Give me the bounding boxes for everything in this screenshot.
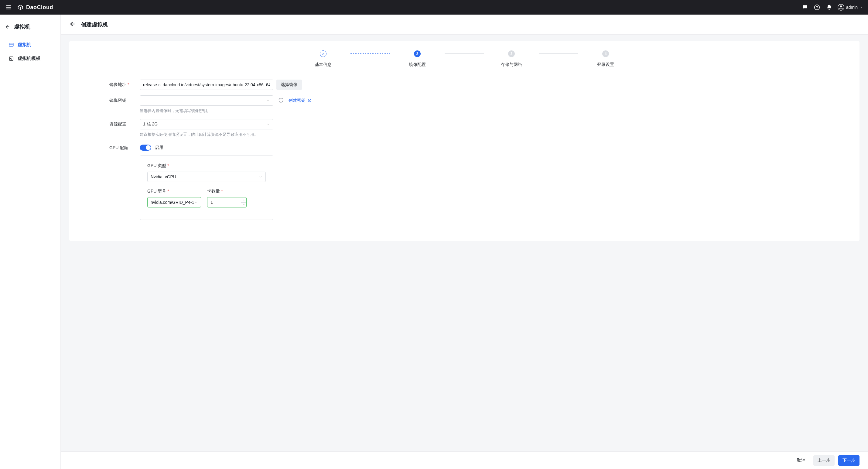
gpu-enable-label: 启用: [155, 145, 163, 150]
select-image-button[interactable]: 选择镜像: [276, 80, 302, 90]
refresh-icon[interactable]: [278, 97, 284, 104]
step-image[interactable]: 2 镜像配置: [390, 51, 445, 67]
help-icon[interactable]: ?: [813, 4, 820, 11]
sidebar-item-vm[interactable]: 虚拟机: [2, 38, 58, 51]
row-image-secret: 镜像密钥 创建密钥: [109, 95, 328, 114]
sidebar-title: 虚拟机: [14, 23, 30, 30]
svg-rect-10: [9, 57, 13, 60]
user-name: admin: [846, 5, 858, 10]
back-icon[interactable]: [69, 21, 76, 28]
prev-button[interactable]: 上一步: [813, 455, 835, 466]
brand-name: DaoCloud: [26, 4, 53, 11]
svg-text:?: ?: [816, 5, 818, 9]
page-header: 创建虚拟机: [61, 14, 868, 35]
gpu-box: GPU 类型* Nvidia_vGPU GPU 型号* n: [140, 156, 273, 220]
step-connector: [445, 54, 484, 54]
gpu-count-input[interactable]: [207, 197, 247, 208]
row-resource: 资源配置 1 核 2G 建议根据实际使用情况设置，防止因计算资源不足导致应用不可…: [109, 119, 328, 137]
brand-logo[interactable]: DaoCloud: [17, 4, 53, 11]
page-title: 创建虚拟机: [81, 21, 108, 28]
sidebar-item-label: 虚拟机模板: [18, 56, 40, 61]
stepper-up-icon[interactable]: [241, 197, 246, 202]
image-secret-select[interactable]: [140, 95, 273, 106]
gpu-type-select[interactable]: Nvidia_vGPU: [147, 171, 266, 182]
sidebar-item-label: 虚拟机: [18, 42, 31, 48]
svg-rect-8: [9, 43, 13, 46]
svg-marker-13: [243, 199, 245, 200]
footer: 取消 上一步 下一步: [61, 451, 868, 469]
sidebar-item-vm-template[interactable]: 虚拟机模板: [2, 52, 58, 65]
create-secret-link[interactable]: 创建密钥: [288, 98, 312, 103]
image-url-input[interactable]: [140, 80, 273, 90]
resource-select[interactable]: 1 核 2G: [140, 119, 273, 129]
main: 创建虚拟机 基本信息 2 镜像配置: [61, 14, 868, 469]
svg-marker-14: [243, 205, 245, 205]
gpu-model-select[interactable]: nvidia.com/GRID_P4-1: [147, 197, 201, 208]
stepper-down-icon[interactable]: [241, 202, 246, 208]
stepper: 基本信息 2 镜像配置 3 存储与网络 4 登录设置: [79, 51, 850, 67]
bell-icon[interactable]: [826, 4, 833, 11]
next-button[interactable]: 下一步: [838, 455, 860, 466]
row-image-url: 镜像地址* 选择镜像: [109, 80, 328, 90]
step-login[interactable]: 4 登录设置: [578, 51, 633, 67]
step-storage[interactable]: 3 存储与网络: [484, 51, 539, 67]
svg-point-11: [11, 58, 12, 59]
svg-point-6: [840, 5, 842, 7]
step-basic[interactable]: 基本信息: [296, 51, 350, 67]
resource-help: 建议根据实际使用情况设置，防止因计算资源不足导致应用不可用。: [140, 132, 328, 137]
gpu-enable-toggle[interactable]: [140, 145, 151, 151]
row-gpu-quota: GPU 配额 启用 GPU 类型* Nvidia_vGPU: [109, 143, 328, 220]
form-card: 基本信息 2 镜像配置 3 存储与网络 4 登录设置: [69, 41, 860, 241]
user-menu[interactable]: admin: [838, 4, 863, 11]
step-connector: [350, 54, 390, 54]
form: 镜像地址* 选择镜像 镜像密钥: [109, 80, 328, 220]
image-secret-help: 当选择内置镜像时，无需填写镜像密钥。: [140, 108, 328, 114]
chat-icon[interactable]: [801, 4, 808, 11]
sidebar: 虚拟机 虚拟机 虚拟机模板: [0, 14, 61, 469]
step-connector: [539, 54, 578, 54]
hamburger-icon[interactable]: [5, 4, 12, 11]
topbar: DaoCloud ? admin: [0, 0, 868, 14]
sidebar-header[interactable]: 虚拟机: [0, 21, 60, 36]
cancel-button[interactable]: 取消: [793, 455, 810, 466]
